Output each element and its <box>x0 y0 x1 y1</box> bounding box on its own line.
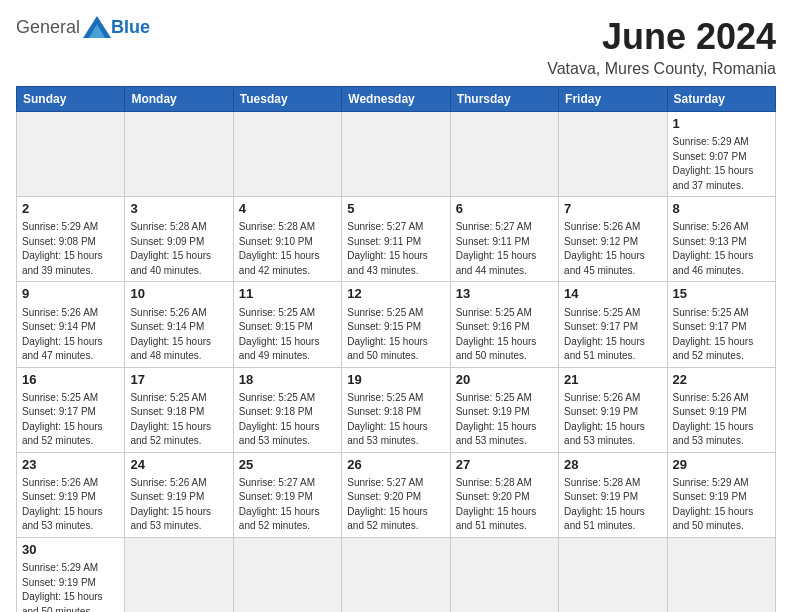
day-info: Sunrise: 5:26 AM Sunset: 9:19 PM Dayligh… <box>673 391 770 449</box>
day-number: 22 <box>673 371 770 389</box>
day-number: 10 <box>130 285 227 303</box>
calendar-cell: 5Sunrise: 5:27 AM Sunset: 9:11 PM Daylig… <box>342 197 450 282</box>
day-info: Sunrise: 5:26 AM Sunset: 9:19 PM Dayligh… <box>22 476 119 534</box>
day-number: 29 <box>673 456 770 474</box>
day-info: Sunrise: 5:25 AM Sunset: 9:18 PM Dayligh… <box>347 391 444 449</box>
day-number: 17 <box>130 371 227 389</box>
day-number: 27 <box>456 456 553 474</box>
calendar-cell: 9Sunrise: 5:26 AM Sunset: 9:14 PM Daylig… <box>17 282 125 367</box>
day-number: 6 <box>456 200 553 218</box>
calendar-cell: 22Sunrise: 5:26 AM Sunset: 9:19 PM Dayli… <box>667 367 775 452</box>
calendar-cell <box>125 112 233 197</box>
day-info: Sunrise: 5:29 AM Sunset: 9:19 PM Dayligh… <box>22 561 119 612</box>
day-number: 14 <box>564 285 661 303</box>
day-number: 26 <box>347 456 444 474</box>
header-thursday: Thursday <box>450 87 558 112</box>
day-info: Sunrise: 5:26 AM Sunset: 9:19 PM Dayligh… <box>130 476 227 534</box>
calendar-header-row: Sunday Monday Tuesday Wednesday Thursday… <box>17 87 776 112</box>
calendar-cell: 10Sunrise: 5:26 AM Sunset: 9:14 PM Dayli… <box>125 282 233 367</box>
day-number: 3 <box>130 200 227 218</box>
day-number: 4 <box>239 200 336 218</box>
calendar-cell: 26Sunrise: 5:27 AM Sunset: 9:20 PM Dayli… <box>342 452 450 537</box>
header-friday: Friday <box>559 87 667 112</box>
day-number: 9 <box>22 285 119 303</box>
day-number: 5 <box>347 200 444 218</box>
day-number: 21 <box>564 371 661 389</box>
calendar-cell: 15Sunrise: 5:25 AM Sunset: 9:17 PM Dayli… <box>667 282 775 367</box>
day-number: 2 <box>22 200 119 218</box>
calendar-table: Sunday Monday Tuesday Wednesday Thursday… <box>16 86 776 612</box>
day-info: Sunrise: 5:29 AM Sunset: 9:08 PM Dayligh… <box>22 220 119 278</box>
calendar-cell: 17Sunrise: 5:25 AM Sunset: 9:18 PM Dayli… <box>125 367 233 452</box>
day-number: 11 <box>239 285 336 303</box>
calendar-cell: 24Sunrise: 5:26 AM Sunset: 9:19 PM Dayli… <box>125 452 233 537</box>
logo-blue-text: Blue <box>111 17 150 38</box>
day-number: 25 <box>239 456 336 474</box>
day-info: Sunrise: 5:26 AM Sunset: 9:14 PM Dayligh… <box>22 306 119 364</box>
calendar-cell: 21Sunrise: 5:26 AM Sunset: 9:19 PM Dayli… <box>559 367 667 452</box>
day-info: Sunrise: 5:29 AM Sunset: 9:07 PM Dayligh… <box>673 135 770 193</box>
day-info: Sunrise: 5:27 AM Sunset: 9:11 PM Dayligh… <box>456 220 553 278</box>
calendar-cell: 13Sunrise: 5:25 AM Sunset: 9:16 PM Dayli… <box>450 282 558 367</box>
header-wednesday: Wednesday <box>342 87 450 112</box>
calendar-cell: 16Sunrise: 5:25 AM Sunset: 9:17 PM Dayli… <box>17 367 125 452</box>
calendar-cell: 25Sunrise: 5:27 AM Sunset: 9:19 PM Dayli… <box>233 452 341 537</box>
day-number: 28 <box>564 456 661 474</box>
header-saturday: Saturday <box>667 87 775 112</box>
day-info: Sunrise: 5:25 AM Sunset: 9:17 PM Dayligh… <box>22 391 119 449</box>
day-number: 8 <box>673 200 770 218</box>
day-info: Sunrise: 5:26 AM Sunset: 9:12 PM Dayligh… <box>564 220 661 278</box>
day-info: Sunrise: 5:26 AM Sunset: 9:14 PM Dayligh… <box>130 306 227 364</box>
calendar-cell: 30Sunrise: 5:29 AM Sunset: 9:19 PM Dayli… <box>17 537 125 612</box>
calendar-cell: 19Sunrise: 5:25 AM Sunset: 9:18 PM Dayli… <box>342 367 450 452</box>
calendar-cell: 2Sunrise: 5:29 AM Sunset: 9:08 PM Daylig… <box>17 197 125 282</box>
calendar-cell: 1Sunrise: 5:29 AM Sunset: 9:07 PM Daylig… <box>667 112 775 197</box>
calendar-cell: 28Sunrise: 5:28 AM Sunset: 9:19 PM Dayli… <box>559 452 667 537</box>
day-number: 19 <box>347 371 444 389</box>
calendar-cell: 12Sunrise: 5:25 AM Sunset: 9:15 PM Dayli… <box>342 282 450 367</box>
calendar-cell <box>342 112 450 197</box>
calendar-cell: 23Sunrise: 5:26 AM Sunset: 9:19 PM Dayli… <box>17 452 125 537</box>
day-number: 18 <box>239 371 336 389</box>
day-number: 13 <box>456 285 553 303</box>
calendar-cell: 29Sunrise: 5:29 AM Sunset: 9:19 PM Dayli… <box>667 452 775 537</box>
day-number: 15 <box>673 285 770 303</box>
day-number: 24 <box>130 456 227 474</box>
day-info: Sunrise: 5:27 AM Sunset: 9:19 PM Dayligh… <box>239 476 336 534</box>
day-info: Sunrise: 5:25 AM Sunset: 9:16 PM Dayligh… <box>456 306 553 364</box>
calendar-cell <box>233 537 341 612</box>
day-info: Sunrise: 5:29 AM Sunset: 9:19 PM Dayligh… <box>673 476 770 534</box>
day-info: Sunrise: 5:25 AM Sunset: 9:15 PM Dayligh… <box>239 306 336 364</box>
month-title: June 2024 <box>547 16 776 58</box>
day-info: Sunrise: 5:28 AM Sunset: 9:10 PM Dayligh… <box>239 220 336 278</box>
calendar-cell <box>125 537 233 612</box>
day-info: Sunrise: 5:25 AM Sunset: 9:15 PM Dayligh… <box>347 306 444 364</box>
calendar-cell: 4Sunrise: 5:28 AM Sunset: 9:10 PM Daylig… <box>233 197 341 282</box>
calendar-cell: 20Sunrise: 5:25 AM Sunset: 9:19 PM Dayli… <box>450 367 558 452</box>
calendar-cell <box>17 112 125 197</box>
day-info: Sunrise: 5:28 AM Sunset: 9:09 PM Dayligh… <box>130 220 227 278</box>
location-subtitle: Vatava, Mures County, Romania <box>547 60 776 78</box>
day-number: 12 <box>347 285 444 303</box>
day-info: Sunrise: 5:26 AM Sunset: 9:13 PM Dayligh… <box>673 220 770 278</box>
logo-area: General Blue <box>16 16 150 38</box>
calendar-cell: 8Sunrise: 5:26 AM Sunset: 9:13 PM Daylig… <box>667 197 775 282</box>
calendar-cell: 6Sunrise: 5:27 AM Sunset: 9:11 PM Daylig… <box>450 197 558 282</box>
calendar-cell: 27Sunrise: 5:28 AM Sunset: 9:20 PM Dayli… <box>450 452 558 537</box>
calendar-cell: 18Sunrise: 5:25 AM Sunset: 9:18 PM Dayli… <box>233 367 341 452</box>
day-info: Sunrise: 5:26 AM Sunset: 9:19 PM Dayligh… <box>564 391 661 449</box>
logo-icon <box>83 16 111 38</box>
header-tuesday: Tuesday <box>233 87 341 112</box>
calendar-cell: 7Sunrise: 5:26 AM Sunset: 9:12 PM Daylig… <box>559 197 667 282</box>
day-info: Sunrise: 5:28 AM Sunset: 9:19 PM Dayligh… <box>564 476 661 534</box>
day-info: Sunrise: 5:25 AM Sunset: 9:17 PM Dayligh… <box>564 306 661 364</box>
day-info: Sunrise: 5:25 AM Sunset: 9:19 PM Dayligh… <box>456 391 553 449</box>
day-info: Sunrise: 5:28 AM Sunset: 9:20 PM Dayligh… <box>456 476 553 534</box>
calendar-cell <box>233 112 341 197</box>
calendar-cell <box>667 537 775 612</box>
day-number: 20 <box>456 371 553 389</box>
day-number: 23 <box>22 456 119 474</box>
calendar-cell: 14Sunrise: 5:25 AM Sunset: 9:17 PM Dayli… <box>559 282 667 367</box>
calendar-cell <box>342 537 450 612</box>
title-area: June 2024 Vatava, Mures County, Romania <box>547 16 776 78</box>
